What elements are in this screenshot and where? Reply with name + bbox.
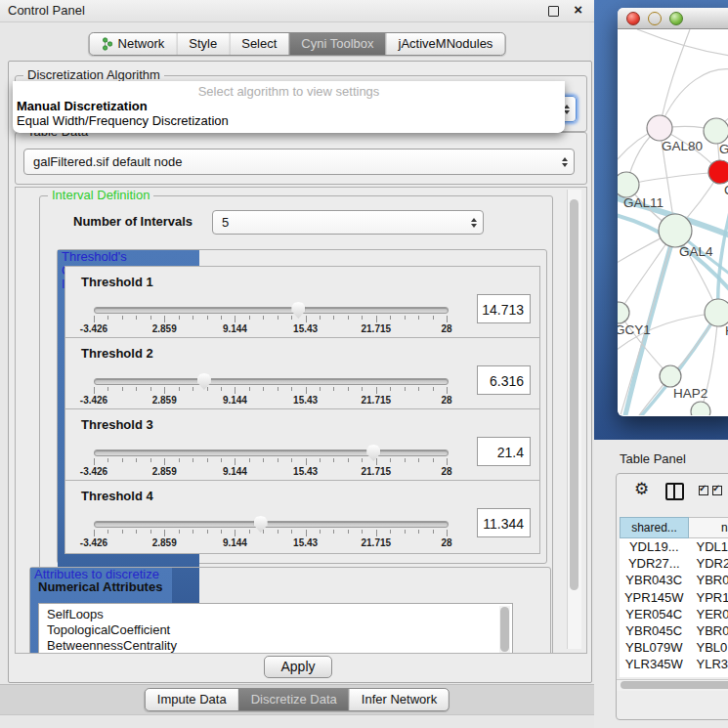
table-row[interactable]: YBR043CYBR0 [620,572,728,588]
network-edge[interactable] [626,172,720,185]
tick-mark [107,316,108,320]
tab-label: Network [118,33,165,55]
tick-label: 21.715 [362,537,392,548]
tab-select[interactable]: Select [229,33,288,55]
tick-mark [306,316,307,322]
dropdown-option-manual[interactable]: Manual Discretization [13,99,565,113]
threshold-value-field[interactable]: 14.713 [477,294,531,323]
gear-icon[interactable]: ⚙ [634,479,649,499]
node-label: C [724,183,728,197]
cell-shared-name[interactable]: YBR045C [620,622,689,639]
list-scrollbar[interactable] [499,606,510,654]
slider-track[interactable] [94,378,449,385]
scrollbar-thumb[interactable] [621,681,728,689]
network-node-g[interactable] [704,118,728,144]
attributes-group: Attributes to discretize Numerical Attri… [29,567,551,654]
network-canvas[interactable]: GAL80G.CGAL11GAL4GCY1HHAP2 [618,29,728,415]
tab-style[interactable]: Style [176,33,229,55]
cell-shared-name[interactable]: YDL19... [620,538,689,555]
node-label: G. [719,142,728,156]
horizontal-scrollbar[interactable] [617,679,728,691]
column-header-name[interactable]: na [689,517,728,538]
tick-mark [376,316,377,322]
minimize-traffic-light[interactable] [648,12,662,25]
tab-cyni-toolbox[interactable]: Cyni Toolbox [288,33,385,55]
cell-name[interactable]: YBR0 [689,622,728,639]
table-row[interactable]: YBR045CYBR0 [620,622,728,639]
tab-network[interactable]: Network [90,33,177,55]
cell-shared-name[interactable]: YBL079W [620,639,689,656]
close-icon[interactable]: × [574,1,582,18]
network-node-gal4[interactable] [659,214,692,247]
tick-mark [164,316,165,322]
threshold-value-field[interactable]: 21.4 [477,437,531,466]
cell-shared-name[interactable]: YER054C [620,606,689,622]
column-header-shared[interactable]: shared... [620,517,689,538]
network-node-h[interactable] [705,299,728,326]
slider-track[interactable] [94,450,449,456]
tick-mark [235,458,236,465]
float-icon[interactable] [548,6,559,17]
list-item[interactable]: BetweennessCentrality [39,638,512,654]
tick-mark [193,530,193,534]
number-of-intervals-combo[interactable]: 5 [212,210,484,235]
cell-shared-name[interactable]: YLR345W [620,656,689,672]
network-edge[interactable] [660,29,690,128]
tab-discretize-data[interactable]: Discretize Data [238,689,349,710]
tick-mark [150,387,151,391]
cell-name[interactable]: YLR3 [689,656,728,672]
tab-infer-network[interactable]: Infer Network [349,689,449,710]
scrollbar-thumb[interactable] [500,607,509,652]
threshold-value-field[interactable]: 11.344 [477,508,531,537]
tab-jactivemnodules[interactable]: jActiveMNodules [386,33,505,55]
cell-name[interactable]: YIL0 [689,673,728,678]
cell-name[interactable]: YDR2 [689,555,728,572]
tab-impute-data[interactable]: Impute Data [146,689,238,710]
network-edge[interactable] [637,29,728,57]
cell-name[interactable]: YDL1 [689,538,728,555]
table-row[interactable]: YBL079WYBL0 [620,639,728,656]
list-item[interactable]: SelfLoops [39,604,512,622]
tick-mark [433,530,434,534]
combo-arrows-icon [562,157,568,167]
table-row[interactable]: YDL19...YDL1 [620,538,728,555]
cell-shared-name[interactable]: YDR27... [620,555,689,572]
tick-mark [405,530,406,534]
scrollbar-thumb[interactable] [570,199,578,590]
network-node-gal11[interactable] [618,172,639,197]
table-row[interactable]: YER054CYER0 [620,606,728,622]
cell-name[interactable]: YBR0 [689,572,728,588]
close-traffic-light[interactable] [626,12,640,25]
table-data-combo[interactable]: galFiltered.sif default node [23,149,575,175]
cell-shared-name[interactable]: YPR145W [620,589,689,606]
checkbox-icon[interactable] [699,486,708,495]
list-item[interactable]: TopologicalCoefficient [39,622,512,638]
network-node-c[interactable] [708,160,728,184]
slider-track[interactable] [94,521,449,528]
network-edge[interactable] [618,411,701,415]
network-node-gal80[interactable] [647,115,672,141]
zoom-traffic-light[interactable] [669,12,683,25]
table-row[interactable]: YIL052CYIL0 [620,673,728,678]
table-panel-title: Table Panel [620,451,686,466]
dropdown-option-equal-width[interactable]: Equal Width/Frequency Discretization [13,113,565,128]
network-node-hap2[interactable] [660,365,681,387]
table-row[interactable]: YPR145WYPR1 [620,589,728,606]
apply-button[interactable]: Apply [264,656,332,678]
cell-name[interactable]: YBL0 [689,639,728,656]
cell-name[interactable]: YER0 [689,606,728,622]
network-node-gcy1[interactable] [618,302,629,323]
cell-shared-name[interactable]: YIL052C [620,673,689,678]
cell-shared-name[interactable]: YBR043C [620,572,689,588]
table-row[interactable]: YDR27...YDR2 [620,555,728,572]
split-columns-icon[interactable] [665,483,684,500]
threshold-value-field[interactable]: 6.316 [477,365,531,395]
slider-track[interactable] [94,307,449,314]
network-node[interactable] [691,402,710,415]
checkbox-icon[interactable] [712,486,722,495]
tick-mark [107,530,108,534]
network-view-window[interactable]: GAL80G.CGAL11GAL4GCY1HHAP2 [618,8,728,416]
table-row[interactable]: YLR345WYLR3 [620,656,728,672]
cell-name[interactable]: YPR1 [689,589,728,606]
settings-scrollbar[interactable] [567,190,581,649]
